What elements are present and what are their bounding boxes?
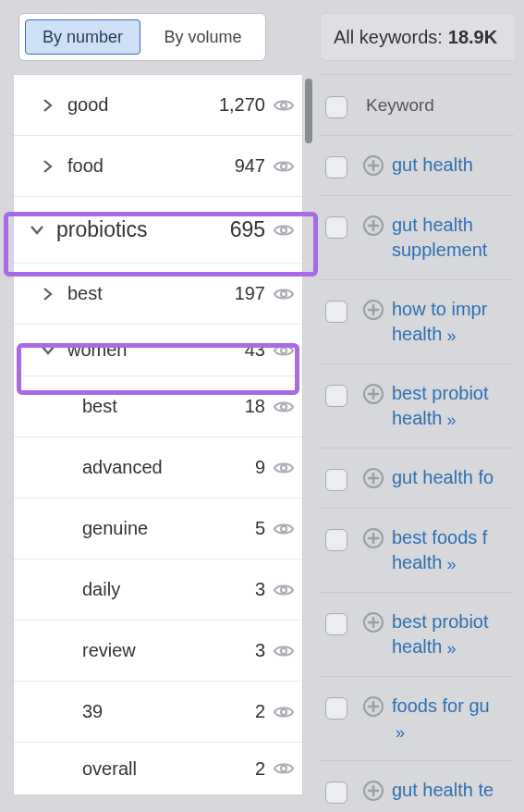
select-all-checkbox[interactable]: [325, 96, 347, 118]
group-probiotics[interactable]: probiotics 695: [14, 197, 302, 264]
subgroup-review[interactable]: review 3: [14, 621, 302, 682]
row-checkbox[interactable]: [325, 469, 347, 491]
eye-icon[interactable]: [273, 457, 295, 479]
group-label: 39: [82, 701, 255, 722]
row-checkbox[interactable]: [325, 156, 347, 178]
plus-circle-icon[interactable]: [362, 154, 384, 177]
group-food[interactable]: food 947: [14, 136, 302, 197]
scrollbar[interactable]: [305, 79, 312, 143]
row-checkbox[interactable]: [325, 301, 347, 323]
group-count: 3: [255, 579, 265, 600]
eye-icon[interactable]: [273, 155, 295, 178]
kw-row[interactable]: best probiot health »: [320, 364, 514, 449]
group-count: 5: [255, 518, 265, 539]
eye-icon[interactable]: [273, 396, 295, 418]
group-count: 695: [230, 217, 265, 242]
svg-point-2: [281, 228, 286, 233]
subgroup-39[interactable]: 39 2: [14, 682, 302, 743]
group-label: best: [82, 396, 245, 417]
kw-row[interactable]: best probiot health »: [320, 593, 514, 677]
plus-circle-icon[interactable]: [362, 695, 384, 718]
keywords-panel: All keywords: 18.9K Keyword gut health g…: [320, 13, 514, 812]
sort-tabs: By number By volume: [18, 13, 266, 61]
group-count: 947: [235, 155, 265, 177]
row-checkbox[interactable]: [325, 529, 347, 551]
kw-link[interactable]: best probiot health »: [392, 381, 514, 431]
all-keywords-value: 18.9K: [448, 27, 497, 48]
group-good[interactable]: good 1,270: [14, 75, 302, 136]
all-keywords-label: All keywords:: [334, 27, 443, 48]
row-checkbox[interactable]: [325, 781, 347, 804]
kw-link[interactable]: gut health: [392, 153, 473, 178]
group-label: review: [82, 640, 255, 661]
svg-point-3: [281, 291, 286, 297]
more-icon: »: [446, 553, 453, 575]
all-keywords-bar[interactable]: All keywords: 18.9K: [320, 13, 514, 61]
svg-point-4: [281, 348, 286, 353]
tab-by-volume[interactable]: By volume: [146, 19, 260, 55]
row-checkbox[interactable]: [325, 697, 347, 720]
kw-row[interactable]: foods for gu»: [320, 677, 514, 761]
group-count: 3: [255, 640, 265, 661]
more-icon: »: [446, 325, 453, 347]
eye-icon[interactable]: [273, 94, 295, 117]
svg-point-9: [281, 648, 286, 654]
subgroup-daily[interactable]: daily 3: [14, 560, 302, 621]
group-label: genuine: [82, 518, 255, 539]
kw-row[interactable]: gut health: [320, 136, 514, 196]
more-icon: »: [446, 637, 453, 659]
subgroup-overall[interactable]: overall 2: [14, 743, 302, 794]
row-checkbox[interactable]: [325, 216, 347, 239]
kw-row[interactable]: gut health fo: [320, 449, 514, 509]
group-label: good: [67, 94, 219, 116]
group-count: 43: [245, 339, 265, 361]
kw-link[interactable]: best foods f health »: [392, 525, 514, 575]
group-label: overall: [82, 758, 255, 780]
group-count: 18: [245, 396, 265, 417]
plus-circle-icon[interactable]: [362, 527, 384, 549]
kw-link[interactable]: gut health fo: [392, 465, 494, 490]
groups-panel: By number By volume good 1,270 food 947: [13, 13, 303, 812]
kw-link[interactable]: gut health supplement: [392, 213, 514, 263]
subgroup-best[interactable]: best 18: [14, 376, 302, 437]
eye-icon[interactable]: [273, 757, 295, 780]
plus-circle-icon[interactable]: [362, 299, 384, 321]
svg-point-8: [281, 587, 286, 593]
row-checkbox[interactable]: [325, 613, 347, 635]
col-keyword[interactable]: Keyword: [362, 95, 434, 116]
keyword-table: Keyword gut health gut health supplement…: [320, 74, 514, 812]
eye-icon[interactable]: [273, 219, 295, 241]
kw-row[interactable]: gut health te: [320, 761, 514, 812]
subgroup-genuine[interactable]: genuine 5: [14, 498, 302, 560]
eye-icon[interactable]: [273, 339, 295, 362]
kw-link[interactable]: how to impr health »: [392, 297, 514, 347]
kw-row[interactable]: best foods f health »: [320, 509, 514, 593]
plus-circle-icon[interactable]: [362, 611, 384, 634]
eye-icon[interactable]: [273, 579, 295, 601]
group-count: 2: [255, 701, 265, 722]
eye-icon[interactable]: [273, 283, 295, 305]
eye-icon[interactable]: [273, 640, 295, 662]
more-icon: »: [396, 721, 401, 744]
plus-circle-icon[interactable]: [362, 383, 384, 405]
kw-row[interactable]: how to impr health »: [320, 280, 514, 364]
subgroup-advanced[interactable]: advanced 9: [14, 437, 302, 498]
tab-by-number[interactable]: By number: [25, 19, 140, 55]
group-women[interactable]: women 43: [14, 325, 302, 376]
chevron-right-icon: [38, 99, 58, 112]
svg-point-7: [281, 526, 286, 532]
plus-circle-icon[interactable]: [362, 467, 384, 489]
eye-icon[interactable]: [273, 701, 295, 723]
row-checkbox[interactable]: [325, 385, 347, 407]
kw-link[interactable]: foods for gu»: [392, 694, 490, 744]
group-label: daily: [82, 579, 255, 600]
kw-row[interactable]: gut health supplement: [320, 196, 514, 280]
kw-link[interactable]: best probiot health »: [392, 609, 514, 659]
chevron-right-icon: [38, 160, 58, 173]
group-best[interactable]: best 197: [14, 264, 302, 325]
chevron-down-icon: [38, 345, 58, 356]
kw-link[interactable]: gut health te: [392, 778, 494, 803]
plus-circle-icon[interactable]: [362, 215, 384, 237]
eye-icon[interactable]: [273, 518, 295, 540]
plus-circle-icon[interactable]: [362, 780, 384, 802]
